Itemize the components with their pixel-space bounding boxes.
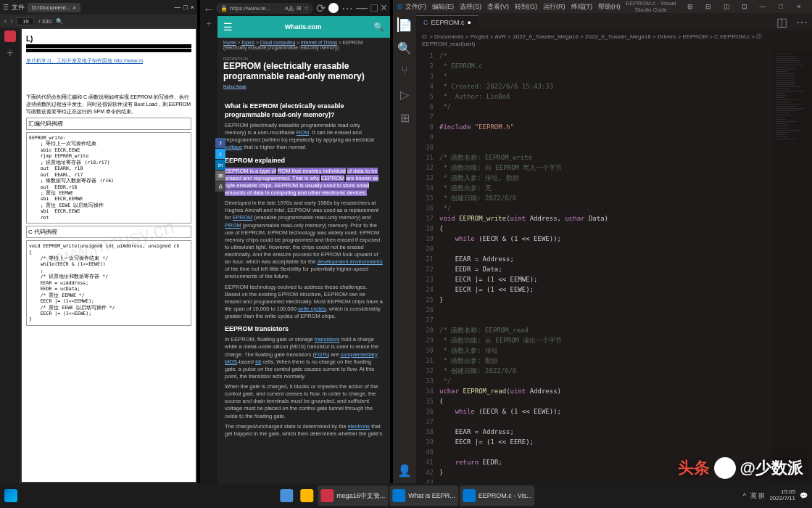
- layout-icon[interactable]: ⊞: [682, 1, 699, 12]
- file-menu[interactable]: 文件: [12, 3, 25, 12]
- vscode-logo-icon: ⊞: [397, 3, 403, 10]
- minimap[interactable]: [773, 51, 812, 488]
- browser-sidebar: +: [200, 16, 218, 483]
- search-icon[interactable]: 🔍: [56, 18, 63, 25]
- editor-tabs: C EEPROM.c ● ◫ ⋯: [416, 13, 812, 30]
- section-h1: What is EEPROM (electrically erasable pr…: [225, 102, 383, 119]
- min-icon[interactable]: —: [356, 1, 368, 15]
- editor-breadcrumb[interactable]: D: > Documents > Project > AVR > 2022_6_…: [416, 30, 812, 49]
- menu-item[interactable]: 转到(G): [515, 2, 537, 12]
- taskbar-app[interactable]: What is EEPR...: [389, 486, 458, 506]
- explorer-icon[interactable]: 📄: [397, 17, 412, 32]
- menu-item[interactable]: 终端(T): [571, 2, 593, 12]
- bc-iot[interactable]: Internet of Things: [301, 40, 337, 45]
- max-icon[interactable]: □: [370, 1, 378, 15]
- bc-cloud[interactable]: Cloud computing: [260, 40, 296, 45]
- more-icon[interactable]: ⋯: [792, 15, 812, 29]
- close-icon[interactable]: ×: [790, 1, 808, 12]
- min-icon[interactable]: —: [174, 4, 181, 11]
- source-control-icon[interactable]: ⑂: [397, 64, 412, 78]
- bc-topics[interactable]: Topics: [241, 40, 254, 45]
- tray-chevron-icon[interactable]: ^: [743, 492, 746, 499]
- split-icon[interactable]: ◫: [772, 15, 792, 29]
- refresh-icon[interactable]: ⟳: [316, 1, 326, 15]
- next-page-icon[interactable]: ›: [11, 18, 13, 25]
- share-column: f t in ✉ ⎙: [215, 138, 225, 192]
- menu-item[interactable]: 运行(R): [543, 2, 566, 12]
- channel-watermark: 头条 @少数派: [678, 457, 803, 479]
- page-input[interactable]: [17, 17, 34, 25]
- debug-icon[interactable]: ▷: [397, 87, 412, 102]
- asm-code: EEPROM_write: ; 等待上一次写操作结束 sbic EECR,EEW…: [26, 132, 191, 224]
- hamburger-icon[interactable]: ☰: [223, 21, 233, 33]
- notifications-icon[interactable]: 💬: [800, 492, 808, 499]
- window-title: EEPROM.c - Visual Studio Code: [621, 0, 682, 13]
- editor-tab[interactable]: C EEPROM.c ●: [416, 15, 478, 29]
- layout-icon[interactable]: ⊟: [700, 1, 717, 12]
- profile-avatar[interactable]: [328, 3, 339, 13]
- bc-home[interactable]: Home: [223, 40, 236, 45]
- account-icon[interactable]: 👤: [397, 463, 412, 478]
- add-tab-icon[interactable]: +: [206, 19, 211, 29]
- taskbar-app[interactable]: EEPROM.c - Vis...: [460, 486, 535, 506]
- share-twitter-icon[interactable]: t: [215, 149, 225, 159]
- menu-icon[interactable]: ☰: [3, 4, 9, 11]
- taskbar-app[interactable]: mega16中文资...: [318, 486, 388, 506]
- section-h3: EEPROM transistors: [225, 324, 383, 333]
- breadcrumb: Home > Topics > Cloud computing > Intern…: [218, 38, 390, 52]
- pdf-sidebar: +: [0, 28, 20, 483]
- pdf-paragraph: 下面的代码分别用汇编和 C 函数说明如何实现 EEPROM 的写操作。执行这些函…: [26, 94, 191, 115]
- reader-icon[interactable]: ⊞: [297, 5, 302, 12]
- add-icon[interactable]: +: [7, 46, 13, 60]
- back-icon[interactable]: ←: [203, 3, 213, 13]
- article-author[interactable]: Rahul Awati: [223, 84, 384, 89]
- translate-icon[interactable]: Aあ: [285, 4, 294, 12]
- c-file-icon: C: [423, 19, 428, 26]
- menu-item[interactable]: 编辑(E): [432, 2, 454, 12]
- para: When the gate is charged, it blocks or i…: [225, 383, 383, 420]
- menu-item[interactable]: 选择(S): [460, 2, 481, 12]
- layout-icon[interactable]: ◫: [718, 1, 735, 12]
- url-bar[interactable]: 🔒 https://www.te... Aあ ⊞ ☆: [216, 3, 313, 14]
- share-email-icon[interactable]: ✉: [215, 171, 225, 181]
- clock[interactable]: 15:05 2022/7/11: [769, 489, 795, 502]
- close-icon[interactable]: ×: [72, 4, 76, 11]
- prev-page-icon[interactable]: ‹: [4, 18, 7, 25]
- extensions-icon[interactable]: ⊞: [397, 110, 412, 125]
- menu-item[interactable]: 文件(F): [405, 2, 427, 12]
- page-total: / 330: [38, 18, 51, 25]
- taskbar-widgets[interactable]: [277, 486, 296, 506]
- pdf-page: L) 单片机学习、工控开发及电子制作园地 http://www.m 下面的代码分…: [22, 29, 196, 482]
- code-area[interactable]: 1234567891011121314151617181920212223242…: [416, 49, 812, 488]
- browser-window: ← 🔒 https://www.te... Aあ ⊞ ☆ ⟳ ⋯ — □ × +: [200, 0, 390, 483]
- pdf-link[interactable]: 单片机学习、工控开发及电子制作园地 http://www.m: [26, 58, 143, 63]
- ime-indicator[interactable]: 英 拼: [750, 491, 766, 501]
- layout-icon[interactable]: ⊡: [736, 1, 753, 12]
- menu-item[interactable]: 查看(V): [487, 2, 509, 12]
- share-facebook-icon[interactable]: f: [215, 138, 225, 148]
- site-logo[interactable]: WhatIs.com: [285, 23, 322, 30]
- taskbar-explorer[interactable]: [297, 486, 316, 506]
- para: EEPROM (electrically erasable programmab…: [225, 122, 383, 152]
- pdf-app-icon[interactable]: [4, 30, 16, 42]
- activity-bar: 📄 🔍 ⑂ ▷ ⊞ 👤 ⚙: [393, 13, 416, 501]
- min-icon[interactable]: —: [754, 1, 771, 12]
- close-window-icon[interactable]: ×: [191, 4, 194, 11]
- para: EEPROM technology evolved to address the…: [225, 284, 383, 321]
- menu-item[interactable]: 帮助(H): [598, 2, 621, 12]
- pdf-tab[interactable]: D:/Document... ×: [28, 3, 80, 12]
- modified-dot-icon: ●: [468, 19, 471, 26]
- search-icon[interactable]: 🔍: [397, 41, 412, 55]
- article-title: EEPROM (electrically erasable programmab…: [223, 61, 384, 82]
- max-icon[interactable]: □: [772, 1, 790, 12]
- lock-icon: 🔒: [220, 5, 228, 12]
- more-icon[interactable]: ⋯: [341, 1, 353, 15]
- close-icon[interactable]: ×: [381, 1, 387, 15]
- share-linkedin-icon[interactable]: in: [215, 160, 225, 170]
- max-icon[interactable]: □: [183, 4, 187, 11]
- start-button[interactable]: [4, 489, 17, 502]
- search-icon[interactable]: 🔍: [373, 22, 384, 32]
- star-icon[interactable]: ☆: [304, 5, 309, 12]
- vscode-menu: 文件(F)编辑(E)选择(S)查看(V)转到(G)运行(R)终端(T)帮助(H): [405, 2, 621, 12]
- share-print-icon[interactable]: ⎙: [215, 181, 225, 192]
